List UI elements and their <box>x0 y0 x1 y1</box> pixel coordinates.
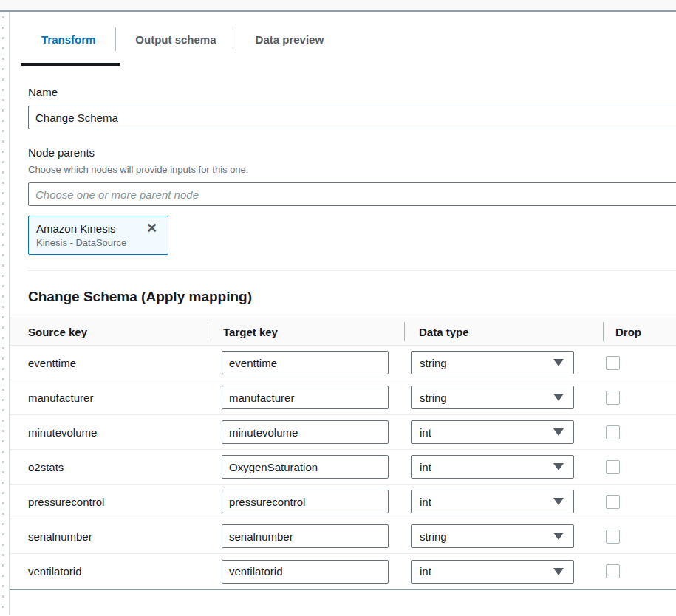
data-type-select[interactable]: string <box>411 524 574 548</box>
form-section: Name Node parents Choose which nodes wil… <box>10 86 676 255</box>
source-key-label: serialnumber <box>10 530 208 543</box>
remove-parent-icon[interactable]: ✕ <box>146 222 157 235</box>
source-key-label: o2stats <box>10 461 208 473</box>
node-parents-help: Choose which nodes will provide inputs f… <box>28 164 676 175</box>
table-row: serialnumber string <box>10 519 676 554</box>
chevron-down-icon <box>553 568 564 575</box>
chevron-down-icon <box>553 428 564 436</box>
node-parents-label: Node parents <box>28 146 676 159</box>
tab-bar: Transform Output schema Data preview <box>10 12 676 66</box>
data-type-select[interactable]: string <box>411 351 574 374</box>
selected-parent-chip: Amazon Kinesis ✕ Kinesis - DataSource <box>28 216 168 255</box>
parent-chip-subtitle: Kinesis - DataSource <box>36 237 157 248</box>
drop-checkbox[interactable] <box>606 495 620 509</box>
active-tab-underline <box>21 63 120 66</box>
table-row: pressurecontrol int <box>10 485 676 519</box>
table-row: minutevolume int <box>10 415 676 450</box>
drop-checkbox[interactable] <box>606 356 620 370</box>
tab-data-preview[interactable]: Data preview <box>236 33 344 46</box>
data-type-value: string <box>420 391 447 404</box>
data-type-select[interactable]: int <box>411 455 574 479</box>
drop-checkbox[interactable] <box>606 564 620 578</box>
drop-checkbox[interactable] <box>606 425 620 439</box>
chevron-down-icon <box>553 359 564 366</box>
top-strip <box>0 0 676 12</box>
mapping-table: Source key Target key Data type Drop eve… <box>10 318 676 590</box>
header-drop: Drop <box>603 318 676 345</box>
parent-chip-title: Amazon Kinesis <box>36 222 116 235</box>
table-bottom-border <box>10 589 676 590</box>
drop-checkbox[interactable] <box>606 530 620 544</box>
target-key-input[interactable] <box>222 420 389 444</box>
data-type-value: int <box>420 496 431 508</box>
table-row: o2stats int <box>10 450 676 485</box>
table-row: eventtime string <box>10 346 676 380</box>
data-type-value: string <box>420 530 447 543</box>
data-type-value: int <box>420 426 431 439</box>
target-key-input[interactable] <box>222 490 389 513</box>
table-row: ventilatorid int <box>10 554 676 589</box>
drop-checkbox[interactable] <box>606 391 620 405</box>
name-input[interactable] <box>28 106 676 129</box>
section-title: Change Schema (Apply mapping) <box>28 289 676 305</box>
tab-transform[interactable]: Transform <box>21 33 115 46</box>
table-header-row: Source key Target key Data type Drop <box>10 318 676 346</box>
table-row: manufacturer string <box>10 380 676 415</box>
data-type-select[interactable]: int <box>411 420 574 444</box>
name-label: Name <box>28 86 676 98</box>
chevron-down-icon <box>553 498 564 505</box>
target-key-input[interactable] <box>222 524 389 548</box>
data-type-value: string <box>420 357 447 369</box>
parent-node-input[interactable] <box>28 182 676 206</box>
target-key-input[interactable] <box>222 386 389 409</box>
source-key-label: pressurecontrol <box>10 496 208 508</box>
left-dotted-gutter <box>2 16 4 616</box>
source-key-label: eventtime <box>10 357 208 369</box>
header-source-key: Source key <box>10 318 208 345</box>
chevron-down-icon <box>553 463 564 470</box>
data-type-select[interactable]: int <box>411 560 574 584</box>
data-type-value: int <box>420 461 431 473</box>
chevron-down-icon <box>553 533 564 540</box>
target-key-input[interactable] <box>222 560 389 584</box>
target-key-input[interactable] <box>222 455 389 479</box>
data-type-select[interactable]: int <box>411 490 574 513</box>
data-type-value: int <box>420 565 431 578</box>
source-key-label: manufacturer <box>10 391 208 404</box>
tab-output-schema[interactable]: Output schema <box>116 33 235 46</box>
target-key-input[interactable] <box>222 351 389 374</box>
section-divider <box>28 270 676 271</box>
header-data-type: Data type <box>404 318 603 345</box>
source-key-label: ventilatorid <box>10 565 208 578</box>
chevron-down-icon <box>553 394 564 401</box>
header-target-key: Target key <box>208 318 404 345</box>
source-key-label: minutevolume <box>10 426 208 439</box>
transform-panel: Transform Output schema Data preview Nam… <box>9 12 676 615</box>
drop-checkbox[interactable] <box>606 460 620 474</box>
data-type-select[interactable]: string <box>411 386 574 409</box>
